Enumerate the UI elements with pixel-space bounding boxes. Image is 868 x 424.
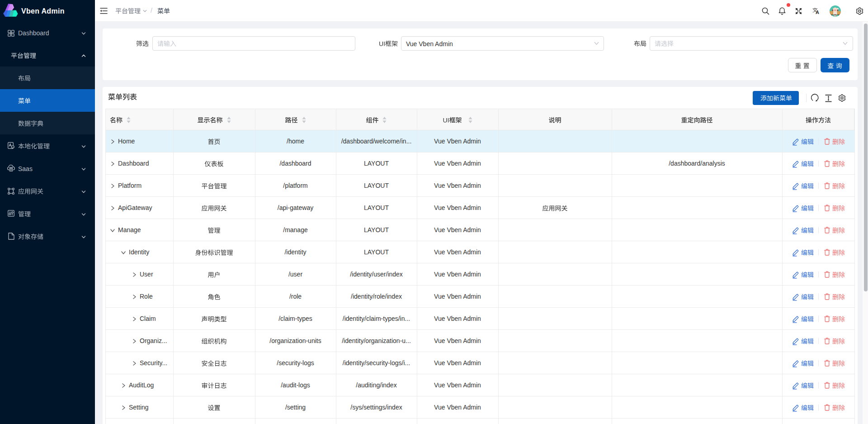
svg-text:A: A bbox=[816, 10, 819, 15]
